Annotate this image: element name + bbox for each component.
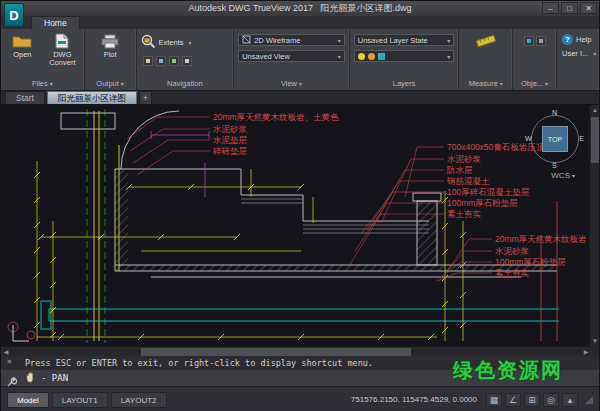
viewcube[interactable]: N W E S TOP: [527, 111, 583, 167]
zoom-extents-button[interactable]: Extents ▾: [137, 32, 234, 51]
cad-drawing: [1, 105, 591, 346]
named-view-dropdown[interactable]: Unsaved View ▾: [238, 50, 345, 62]
chevron-down-icon: ▾: [299, 81, 302, 87]
tab-layout1[interactable]: LAYOUT1: [52, 392, 108, 408]
scroll-down-icon[interactable]: ▼: [590, 336, 599, 346]
chevron-down-icon: ▾: [572, 173, 575, 179]
drawing-canvas[interactable]: 20mm厚天然黄木纹板岩、土黄色水泥砂浆水泥垫层碎砖垫层700x400x50青石…: [1, 105, 599, 356]
new-tab-button[interactable]: +: [139, 91, 152, 104]
scroll-left-icon[interactable]: ◀: [1, 347, 11, 356]
close-command-icon[interactable]: ✕: [7, 357, 12, 366]
layer-color-swatch: [378, 53, 385, 60]
tab-model[interactable]: Model: [7, 392, 49, 408]
zoom-in-icon[interactable]: [169, 56, 179, 66]
open-button[interactable]: Open: [3, 32, 41, 59]
help-button[interactable]: ? Help: [557, 32, 599, 45]
files-panel-label[interactable]: Files▾: [1, 78, 84, 90]
scroll-right-icon[interactable]: ▶: [581, 347, 591, 356]
dwg-convert-icon: [55, 32, 69, 50]
ribbon-panel-objects: Obje...▾: [513, 29, 557, 90]
objects-panel-label[interactable]: Obje...▾: [513, 78, 556, 90]
viewcube-north[interactable]: N: [552, 109, 557, 116]
ruler-icon: [475, 32, 497, 50]
chevron-down-icon: ▾: [189, 39, 192, 46]
question-icon: ?: [562, 34, 573, 45]
app-window: D Autodesk DWG TrueView 2017 阳光丽景小区详图.dw…: [0, 0, 600, 411]
navigation-panel-label[interactable]: Navigation: [137, 78, 234, 90]
layers-panel-label[interactable]: Layers: [350, 78, 459, 90]
viewcube-west[interactable]: W: [525, 135, 532, 142]
status-bar: Model LAYOUT1 LAYOUT2 751576.2150, 11547…: [1, 386, 599, 411]
chevron-down-icon: ▾: [447, 53, 450, 60]
output-panel-label[interactable]: Output▾: [85, 78, 136, 90]
document-tab-bar: Start 阳光丽景小区详图 +: [1, 91, 599, 105]
ribbon: Open DWG Convert Files▾ Plo: [1, 29, 599, 91]
horizontal-scrollbar[interactable]: ◀ ▶: [1, 346, 591, 356]
chevron-down-icon: ▾: [338, 53, 341, 60]
osnap-toggle-icon[interactable]: ◎: [543, 393, 559, 407]
ribbon-panel-layers: Unsaved Layer State ▾ ▾ Layers: [350, 29, 460, 90]
chevron-down-icon: ▾: [500, 81, 503, 87]
chevron-down-icon: ▾: [338, 37, 341, 44]
minimize-button[interactable]: –: [542, 2, 559, 14]
customize-wrench-icon[interactable]: [6, 373, 17, 392]
chevron-down-icon: ▾: [50, 81, 53, 87]
pan-hand-icon: [25, 371, 36, 385]
plot-button[interactable]: Plot: [91, 32, 129, 59]
dwg-convert-button[interactable]: DWG Convert: [43, 32, 81, 68]
ribbon-panel-help: ? Help User I... ▾: [557, 29, 599, 90]
viewcube-top-face[interactable]: TOP: [542, 126, 568, 152]
chevron-down-icon: ▾: [447, 37, 450, 44]
layer-on-bulb-icon: [358, 53, 365, 60]
vertical-scrollbar[interactable]: ▲ ▼: [589, 105, 599, 356]
object-isolate-icon[interactable]: [524, 36, 534, 46]
magnifier-icon: [141, 34, 156, 51]
layer-dropdown[interactable]: ▾: [354, 50, 455, 62]
wireframe-cube-icon: [242, 35, 251, 46]
pan-icon[interactable]: [143, 56, 153, 66]
tab-drawing[interactable]: 阳光丽景小区详图: [47, 91, 137, 104]
scroll-up-icon[interactable]: ▲: [590, 105, 599, 115]
measure-button[interactable]: [467, 32, 505, 50]
resize-grip[interactable]: [585, 396, 593, 404]
orbit-icon[interactable]: [182, 56, 192, 66]
ortho-toggle-icon[interactable]: ∠: [505, 393, 521, 407]
visual-style-dropdown[interactable]: 2D Wireframe ▾: [238, 34, 345, 46]
chevron-down-icon: ▾: [545, 81, 548, 87]
tab-home[interactable]: Home: [31, 16, 80, 29]
horizontal-scroll-thumb[interactable]: [141, 348, 411, 356]
application-menu-button[interactable]: D: [4, 3, 24, 27]
ribbon-panel-view: 2D Wireframe ▾ Unsaved View ▾ View▾: [234, 29, 350, 90]
snap-toggle-icon[interactable]: ⊞: [524, 393, 540, 407]
title-bar: Autodesk DWG TrueView 2017 阳光丽景小区详图.dwg …: [1, 1, 599, 16]
printer-icon: [101, 32, 119, 50]
maximize-button[interactable]: □: [561, 2, 578, 14]
chevron-down-icon: ▾: [121, 81, 124, 87]
window-title: Autodesk DWG TrueView 2017 阳光丽景小区详图.dwg: [189, 2, 412, 15]
layer-state-dropdown[interactable]: Unsaved Layer State ▾: [354, 34, 455, 46]
wcs-menu[interactable]: WCS▾: [551, 171, 575, 180]
ribbon-panel-navigation: Extents ▾ Navigation: [137, 29, 235, 90]
coordinates-readout: 751576.2150, 115475.4529, 0.0000: [351, 395, 477, 404]
open-folder-icon: [12, 32, 32, 50]
view-panel-label[interactable]: View▾: [234, 78, 349, 90]
tab-start[interactable]: Start: [5, 91, 45, 104]
viewcube-east[interactable]: E: [579, 135, 584, 142]
watermark: 绿色资源网: [453, 357, 563, 384]
annotation-scale-icon[interactable]: ▴: [562, 393, 578, 407]
grid-toggle-icon[interactable]: ▦: [486, 393, 502, 407]
user-interface-dropdown[interactable]: User I... ▾: [557, 47, 599, 58]
zoom-window-icon[interactable]: [156, 56, 166, 66]
tab-layout2[interactable]: LAYOUT2: [111, 392, 167, 408]
ribbon-panel-files: Open DWG Convert Files▾: [1, 29, 85, 90]
layer-freeze-sun-icon: [368, 53, 375, 60]
close-button[interactable]: ✕: [580, 2, 597, 14]
object-hide-icon[interactable]: [536, 36, 546, 46]
chevron-down-icon: ▾: [593, 50, 596, 57]
ribbon-panel-output: Plot Output▾: [85, 29, 137, 90]
ribbon-panel-measure: Measure▾: [459, 29, 513, 90]
vertical-scroll-thumb[interactable]: [591, 117, 599, 163]
measure-panel-label[interactable]: Measure▾: [459, 78, 512, 90]
viewcube-south[interactable]: S: [552, 162, 557, 169]
ribbon-tab-row: Home: [1, 16, 599, 29]
